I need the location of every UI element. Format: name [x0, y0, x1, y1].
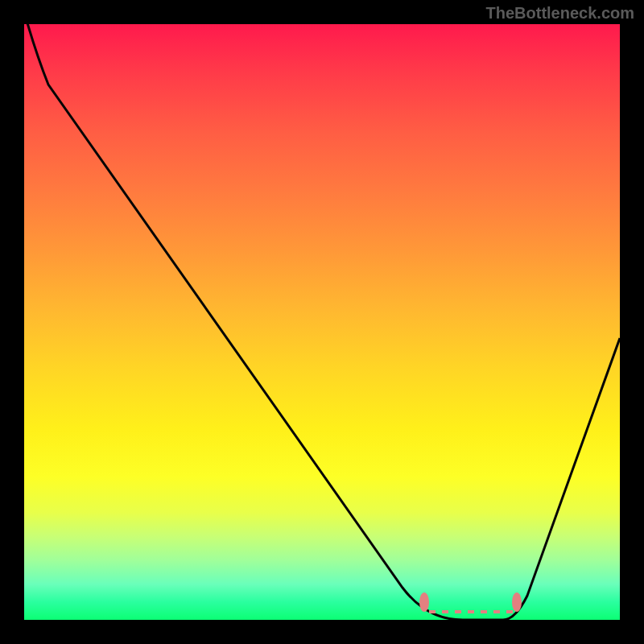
- chart-svg: [24, 24, 620, 620]
- bottleneck-curve: [24, 24, 620, 620]
- left-marker: [419, 592, 429, 612]
- watermark-text: TheBottleneck.com: [486, 4, 634, 23]
- plot-area: [24, 24, 620, 620]
- right-marker: [512, 592, 522, 612]
